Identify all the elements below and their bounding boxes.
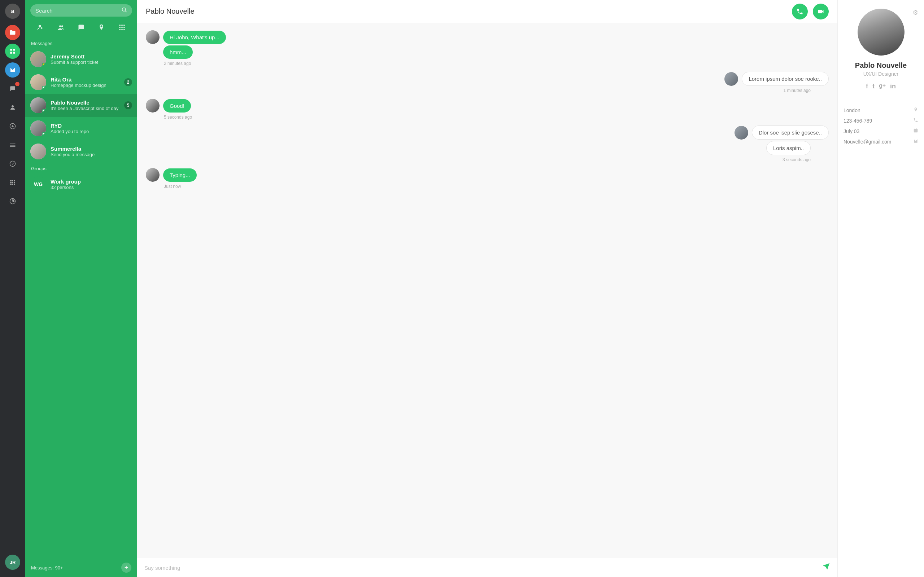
nav-icon-mail[interactable] bbox=[5, 62, 20, 77]
incoming-group-2: Good! 5 seconds ago bbox=[146, 99, 829, 120]
msg-bubble-2: hmm... bbox=[163, 45, 193, 59]
social-twitter-icon[interactable]: t bbox=[872, 82, 874, 90]
chat-area: Pablo Nouvelle Hi John, What's up... hmm… bbox=[137, 0, 837, 577]
msg-bubble-1: Hi John, What's up... bbox=[163, 31, 226, 44]
tab-group[interactable] bbox=[55, 23, 68, 34]
svg-point-23 bbox=[59, 25, 61, 27]
message-row-7: Typing... bbox=[146, 168, 829, 182]
profile-location: London bbox=[843, 108, 861, 113]
msg-time-4: 5 seconds ago bbox=[146, 115, 829, 120]
phone-call-button[interactable] bbox=[792, 3, 808, 19]
group-avatar-wg: WG bbox=[30, 176, 46, 192]
nav-icon-check[interactable] bbox=[5, 156, 20, 171]
tab-location[interactable] bbox=[95, 23, 108, 34]
svg-point-18 bbox=[122, 8, 126, 11]
svg-rect-9 bbox=[10, 145, 16, 146]
contact-avatar-pablo bbox=[30, 97, 46, 113]
add-message-button[interactable]: + bbox=[121, 562, 131, 573]
contact-name-pablo: Pablo Nouvelle bbox=[50, 100, 124, 106]
contact-preview-ryd: Added you to repo bbox=[50, 129, 132, 134]
nav-icon-table[interactable] bbox=[5, 175, 20, 190]
contact-item-ryd[interactable]: RYD Added you to repo bbox=[25, 117, 137, 140]
contact-preview-rita: Homepage mockup design bbox=[50, 82, 124, 88]
nav-icon-grid[interactable] bbox=[5, 44, 20, 59]
profile-settings-button[interactable]: ⚙ bbox=[913, 9, 918, 16]
profile-phone-row: 123-456-789 bbox=[843, 115, 918, 126]
svg-rect-8 bbox=[10, 143, 16, 144]
nav-top-avatar[interactable]: a bbox=[5, 3, 20, 19]
profile-social: f t g+ in bbox=[866, 82, 896, 90]
svg-rect-1 bbox=[13, 49, 15, 50]
message-row-2: hmm... bbox=[146, 45, 829, 59]
contact-name-rita: Rita Ora bbox=[50, 76, 124, 82]
msg-avatar-pablo-2 bbox=[146, 99, 160, 113]
contact-item-jeremy-scott[interactable]: Jeremy Scott Submit a support ticket bbox=[25, 48, 137, 71]
send-button[interactable] bbox=[822, 562, 830, 573]
search-icon bbox=[121, 7, 127, 14]
chat-input[interactable] bbox=[144, 565, 819, 571]
search-bar bbox=[30, 4, 132, 16]
msg-time-1: 2 minutes ago bbox=[146, 61, 829, 66]
status-dot-rita bbox=[42, 86, 46, 90]
tab-chat[interactable] bbox=[75, 23, 88, 34]
phone-icon bbox=[913, 118, 918, 124]
tab-grid[interactable] bbox=[115, 23, 129, 34]
chat-header: Pablo Nouvelle bbox=[137, 0, 837, 23]
chat-input-area bbox=[137, 558, 837, 577]
nav-icon-folder[interactable] bbox=[5, 25, 20, 40]
outgoing-group-1: Lorem ipsum dolor soe rooke.. 1 minutes … bbox=[146, 72, 829, 93]
social-linkedin-icon[interactable]: in bbox=[890, 82, 896, 90]
contact-preview-pablo: It's been a Javascript kind of day bbox=[50, 106, 124, 111]
profile-phone: 123-456-789 bbox=[843, 118, 872, 124]
incoming-group-1: Hi John, What's up... hmm... 2 minutes a… bbox=[146, 30, 829, 66]
contact-badge-rita: 2 bbox=[124, 78, 132, 86]
svg-rect-27 bbox=[123, 25, 124, 26]
messages-section-label: Messages bbox=[25, 38, 137, 48]
svg-rect-31 bbox=[119, 29, 120, 30]
contact-info-jeremy: Jeremy Scott Submit a support ticket bbox=[50, 53, 132, 65]
tab-add-person[interactable] bbox=[34, 23, 47, 34]
msg-bubble-5: Dlor soe isep slie gosese.. bbox=[752, 126, 829, 140]
contact-info-pablo: Pablo Nouvelle It's been a Javascript ki… bbox=[50, 100, 124, 111]
message-row-1: Hi John, What's up... bbox=[146, 30, 829, 44]
profile-panel: ⚙ Pablo Nouvelle UX/UI Designer f t g+ i… bbox=[837, 0, 924, 577]
social-googleplus-icon[interactable]: g+ bbox=[879, 82, 886, 90]
profile-role: UX/UI Designer bbox=[863, 71, 898, 77]
chat-notification-badge bbox=[15, 82, 19, 86]
contact-list: Messages Jeremy Scott Submit a support t… bbox=[25, 38, 137, 558]
nav-icon-add[interactable] bbox=[5, 119, 20, 134]
contact-info-summerella: Summerella Send you a message bbox=[50, 146, 132, 157]
sidebar-tabs bbox=[25, 20, 137, 38]
contact-badge-pablo: 5 bbox=[124, 102, 132, 109]
sidebar: Messages Jeremy Scott Submit a support t… bbox=[25, 0, 137, 577]
chat-contact-name: Pablo Nouvelle bbox=[146, 7, 195, 16]
svg-rect-3 bbox=[13, 52, 15, 54]
message-row-6: Loris aspim.. bbox=[766, 141, 829, 155]
contact-item-rita-ora[interactable]: Rita Ora Homepage mockup design 2 bbox=[25, 71, 137, 94]
nav-icon-layers[interactable] bbox=[5, 137, 20, 153]
msg-time-6: 3 seconds ago bbox=[782, 157, 829, 162]
profile-avatar bbox=[858, 9, 905, 56]
profile-divider bbox=[843, 99, 918, 99]
social-facebook-icon[interactable]: f bbox=[866, 82, 868, 90]
contact-item-summerella[interactable]: Summerella Send you a message bbox=[25, 140, 137, 163]
nav-icon-chart[interactable] bbox=[5, 193, 20, 209]
svg-rect-30 bbox=[123, 27, 124, 28]
contact-avatar-summerella bbox=[30, 143, 46, 160]
search-input[interactable] bbox=[36, 8, 121, 14]
svg-point-4 bbox=[11, 105, 14, 108]
status-dot-pablo bbox=[42, 109, 46, 113]
contact-item-workgroup[interactable]: WG Work group 32 persons bbox=[25, 173, 137, 196]
msg-time-3: 1 minutes ago bbox=[783, 88, 829, 93]
svg-point-24 bbox=[61, 25, 63, 27]
nav-bottom-avatar[interactable]: JR bbox=[5, 554, 20, 570]
msg-avatar-self-1 bbox=[724, 72, 738, 86]
nav-icon-chat[interactable] bbox=[5, 81, 20, 96]
svg-rect-25 bbox=[119, 25, 120, 26]
contact-item-pablo[interactable]: Pablo Nouvelle It's been a Javascript ki… bbox=[25, 94, 137, 117]
email-icon bbox=[913, 139, 918, 145]
video-call-button[interactable] bbox=[813, 3, 829, 19]
chat-messages: Hi John, What's up... hmm... 2 minutes a… bbox=[137, 23, 837, 558]
incoming-group-3: Typing... Just now bbox=[146, 168, 829, 189]
nav-icon-profile[interactable] bbox=[5, 100, 20, 115]
